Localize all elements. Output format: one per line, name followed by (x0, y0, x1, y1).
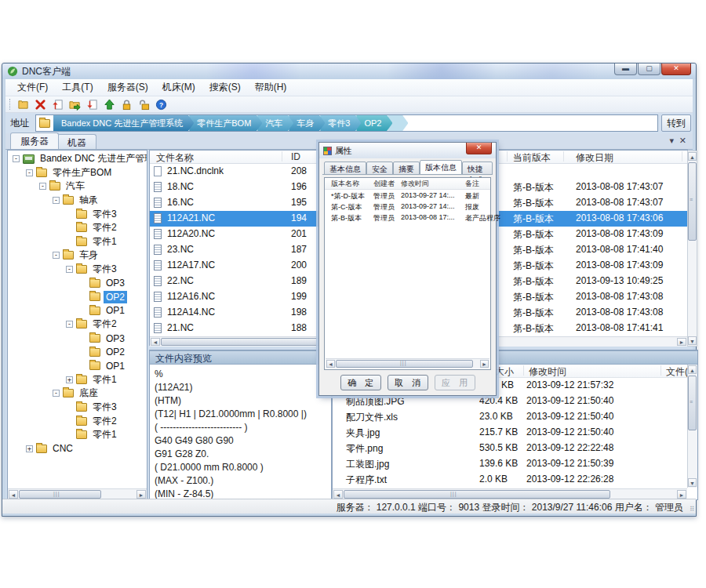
tree-item[interactable]: -汽车 (8, 180, 147, 194)
tree-item[interactable]: -底座 (8, 387, 147, 401)
dialog-tab[interactable]: 摘要 (393, 162, 420, 175)
scroll-down-icon[interactable]: ▼ (688, 478, 697, 487)
breadcrumb-segment[interactable]: 汽车 (257, 114, 293, 132)
menu-item[interactable]: 服务器(S) (100, 79, 155, 96)
scroll-thumb[interactable] (344, 490, 610, 499)
collapse-icon[interactable]: - (66, 321, 73, 328)
cancel-button[interactable]: 取 消 (388, 375, 428, 390)
tree-item[interactable]: +零件1 (8, 373, 147, 387)
tree-item[interactable]: +OP1 (8, 304, 147, 318)
dialog-horizontal-scrollbar[interactable]: ◄ ||| ► (326, 358, 489, 368)
chevron-down-icon[interactable]: ▾ (669, 136, 674, 146)
dialog-close-button[interactable]: ✕ (466, 143, 492, 154)
close-button[interactable]: ✕ (661, 64, 691, 75)
column-modified-date[interactable]: 修改日期 (576, 151, 613, 165)
column-creator[interactable]: 创建者 (373, 179, 395, 189)
breadcrumb-segment[interactable]: 车身 (289, 114, 325, 132)
address-field[interactable]: Bandex DNC 先进生产管理系统零件生产BOM汽车车身零件3OP2 (35, 114, 658, 132)
version-row[interactable]: 第-C-版本管理员2013-09-27 14:...报废 (325, 201, 490, 212)
version-row[interactable]: 第-B-版本管理员2013-08-08 17:...老产品程序 (325, 212, 490, 223)
panel-close-icon[interactable]: ✕ (679, 136, 686, 146)
tree-item[interactable]: +OP1 (8, 359, 147, 373)
scroll-left-icon[interactable]: ◄ (333, 490, 343, 499)
tree-item[interactable]: +OP2 (8, 345, 147, 359)
unlock-icon[interactable] (136, 97, 151, 111)
upload-arrow-icon[interactable] (101, 97, 117, 111)
column-modified-time[interactable]: 修改时间 (529, 365, 566, 379)
column-current-version[interactable]: 当前版本 (513, 151, 551, 165)
delete-icon[interactable] (32, 97, 48, 111)
scroll-right-icon[interactable]: ► (677, 338, 686, 346)
go-button[interactable]: 转到 (661, 114, 691, 132)
column-file-name[interactable]: 文件名称 (156, 151, 194, 165)
column-version-name[interactable]: 版本名称 (331, 179, 359, 189)
column-id[interactable]: ID (291, 151, 300, 162)
tab-server[interactable]: 服务器 (10, 132, 59, 149)
scroll-right-icon[interactable]: ► (677, 490, 686, 499)
breadcrumb-segment[interactable]: 零件3 (320, 114, 361, 132)
tab-machine[interactable]: 机器 (57, 134, 96, 149)
menu-item[interactable]: 文件(F) (10, 79, 55, 96)
dialog-title-bar[interactable]: 属性 ✕ (319, 143, 496, 158)
list-item[interactable]: 夹具.jpg215.7 KB2013-09-12 21:50:40 (333, 425, 687, 441)
maximize-button[interactable]: ▢ (638, 64, 661, 75)
menu-item[interactable]: 机床(M) (155, 79, 202, 96)
assoc-vertical-scrollbar[interactable]: ▲ ≡ ▼ (687, 365, 697, 488)
list-item[interactable]: 制品顶图.JPG420.4 KB2013-09-12 21:50:40 (333, 394, 687, 409)
version-row[interactable]: *第-D-版本管理员2013-09-27 14:...最新 (325, 191, 490, 201)
dialog-tab[interactable]: 版本信息 (420, 160, 462, 175)
tree-item[interactable]: -Bandex DNC 先进生产管理系统 (8, 152, 147, 166)
apply-button[interactable]: 应 用 (435, 375, 475, 390)
scroll-up-icon[interactable]: ▲ (688, 365, 697, 374)
minimize-button[interactable]: ▬ (614, 64, 637, 75)
scroll-thumb[interactable] (19, 490, 101, 499)
collapse-icon[interactable]: - (53, 197, 60, 204)
scroll-down-icon[interactable]: ▼ (688, 336, 697, 345)
collapse-icon[interactable]: - (66, 266, 73, 273)
lock-icon[interactable] (118, 97, 134, 111)
breadcrumb-segment[interactable]: OP2 (356, 114, 392, 132)
tree-item[interactable]: -零件生产BOM (8, 166, 147, 180)
title-bar[interactable]: DNC客户端 ▬ ▢ ✕ (2, 64, 696, 79)
menu-item[interactable]: 搜索(S) (202, 79, 248, 96)
list-item[interactable]: 工装图.jpg139.6 KB2013-09-12 21:50:39 (333, 456, 687, 472)
collapse-icon[interactable]: - (39, 183, 46, 190)
tree-item[interactable]: -轴承 (8, 194, 147, 208)
dialog-tab[interactable]: 基本信息 (324, 162, 366, 175)
scroll-left-icon[interactable]: ◄ (326, 360, 335, 368)
tree-item[interactable]: +零件1 (8, 235, 147, 249)
tree-item[interactable]: +OP2 (8, 290, 147, 304)
filelist-vertical-scrollbar[interactable]: ▲ ≡ ▼ (687, 151, 697, 347)
scroll-left-icon[interactable]: ◄ (9, 490, 18, 499)
menu-item[interactable]: 工具(T) (55, 79, 100, 96)
collapse-icon[interactable]: - (26, 169, 33, 176)
tree-item[interactable]: +OP3 (8, 276, 147, 290)
collapse-icon[interactable]: - (53, 390, 60, 397)
tree-item[interactable]: +零件1 (8, 428, 147, 442)
tree-item[interactable]: +零件2 (8, 414, 147, 428)
menu-item[interactable]: 帮助(H) (248, 79, 294, 96)
tree-horizontal-scrollbar[interactable]: ◄ ||| ► (8, 488, 147, 499)
expand-icon[interactable]: + (66, 376, 73, 383)
send-folder-icon[interactable] (67, 97, 82, 111)
expand-icon[interactable]: + (26, 445, 33, 452)
tree-item[interactable]: +零件3 (8, 207, 147, 221)
checkin-file-icon[interactable] (49, 97, 65, 111)
column-remark[interactable]: 备注 (465, 179, 479, 189)
scroll-up-icon[interactable]: ▲ (688, 152, 697, 161)
tree-item[interactable]: -零件3 (8, 263, 147, 277)
column-size[interactable]: 大小 (495, 365, 514, 379)
list-item[interactable]: 子程序.txt2.0 KB2013-09-12 22:26:28 (333, 472, 687, 488)
dialog-tab[interactable]: 安全 (366, 162, 393, 175)
tree-item[interactable]: +OP3 (8, 332, 147, 346)
new-folder-icon[interactable] (15, 97, 31, 111)
tree-item[interactable]: +零件2 (8, 221, 147, 235)
help-icon[interactable]: ? (153, 97, 169, 111)
tree-item[interactable]: -车身 (8, 249, 147, 263)
collapse-icon[interactable]: - (13, 155, 20, 162)
dialog-tab[interactable]: 快捷方式 (462, 162, 493, 175)
scroll-left-icon[interactable]: ◄ (151, 338, 160, 346)
scroll-right-icon[interactable]: ► (480, 360, 489, 368)
tree-item[interactable]: -零件2 (8, 318, 147, 332)
tree-item[interactable]: +零件3 (8, 401, 147, 415)
